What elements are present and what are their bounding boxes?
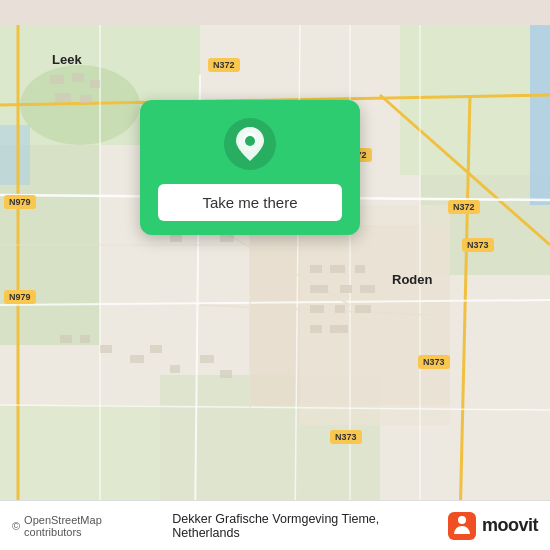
- location-icon-wrap: [224, 118, 276, 170]
- svg-rect-54: [90, 80, 100, 88]
- svg-rect-46: [220, 370, 232, 378]
- city-label-leek: Leek: [52, 52, 82, 67]
- svg-rect-56: [80, 95, 92, 103]
- svg-rect-33: [360, 285, 375, 293]
- svg-rect-35: [335, 305, 345, 313]
- road-label-n373a: N373: [462, 238, 494, 252]
- svg-rect-52: [50, 75, 64, 84]
- take-me-there-button[interactable]: Take me there: [158, 184, 342, 221]
- bottom-left-info: © OpenStreetMap contributors Dekker Graf…: [12, 512, 448, 540]
- svg-rect-4: [400, 25, 550, 175]
- svg-point-61: [458, 516, 466, 524]
- location-name: Dekker Grafische Vormgeving Tieme, Nethe…: [172, 512, 448, 540]
- svg-rect-28: [310, 265, 322, 273]
- svg-rect-44: [170, 365, 180, 373]
- svg-rect-39: [60, 335, 72, 343]
- svg-rect-8: [530, 25, 550, 205]
- svg-rect-38: [330, 325, 348, 333]
- svg-rect-37: [310, 325, 322, 333]
- svg-rect-45: [200, 355, 214, 363]
- svg-rect-42: [130, 355, 144, 363]
- road-label-n373c: N373: [330, 430, 362, 444]
- svg-rect-55: [55, 93, 71, 102]
- popup-card: Take me there: [140, 100, 360, 235]
- svg-rect-31: [310, 285, 328, 293]
- svg-point-59: [245, 136, 255, 146]
- svg-rect-50: [220, 235, 234, 242]
- svg-rect-36: [355, 305, 371, 313]
- city-label-roden: Roden: [392, 272, 432, 287]
- moovit-icon: [448, 512, 476, 540]
- svg-rect-40: [80, 335, 90, 343]
- road-label-n979b: N979: [4, 290, 36, 304]
- copyright-icon: ©: [12, 520, 20, 532]
- road-label-n372c: N372: [448, 200, 480, 214]
- bottom-bar: © OpenStreetMap contributors Dekker Graf…: [0, 500, 550, 550]
- svg-rect-9: [0, 125, 30, 185]
- location-pin-icon: [236, 127, 264, 161]
- svg-rect-29: [330, 265, 345, 273]
- copyright-text: OpenStreetMap contributors: [24, 514, 161, 538]
- road-label-n372a: N372: [208, 58, 240, 72]
- svg-rect-30: [355, 265, 365, 273]
- svg-rect-53: [72, 73, 84, 82]
- svg-rect-34: [310, 305, 324, 313]
- svg-rect-32: [340, 285, 352, 293]
- map-container: N372 N372 N372 N373 N373 N373 N979 N979 …: [0, 0, 550, 550]
- svg-rect-48: [170, 235, 182, 242]
- road-label-n373b: N373: [418, 355, 450, 369]
- road-label-n979a: N979: [4, 195, 36, 209]
- svg-rect-41: [100, 345, 112, 353]
- moovit-logo: moovit: [448, 512, 538, 540]
- map-background: [0, 0, 550, 550]
- svg-rect-43: [150, 345, 162, 353]
- moovit-text: moovit: [482, 515, 538, 536]
